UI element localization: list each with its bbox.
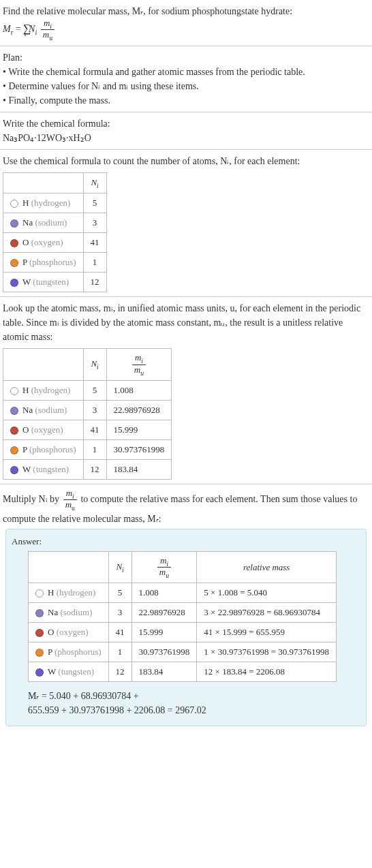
elem-w: W (tungsten) (29, 662, 109, 682)
intro-formula: Mr = ∑i Ni mi mu (3, 18, 369, 42)
ni-val: 3 (83, 400, 106, 420)
answer-table: Ni mimu relative mass H (hydrogen) 5 1.0… (28, 551, 337, 683)
dot-icon (35, 629, 44, 637)
elem-o: O (oxygen) (29, 623, 109, 642)
dot-icon (10, 387, 18, 395)
table-row: W (tungsten) 12 183.84 12 × 183.84 = 220… (29, 662, 337, 682)
table-row: Na (sodium) 3 22.98976928 3 × 22.9897692… (29, 603, 337, 623)
answer-box: Answer: Ni mimu relative mass H (hydroge… (5, 529, 367, 727)
elem-w: W (tungsten) (3, 459, 84, 479)
multiply-intro: Multiply Nᵢ by mi mu to compute the rela… (3, 489, 369, 526)
ni-val: 41 (83, 420, 106, 439)
elem-p: P (phosphorus) (29, 642, 109, 662)
table-row: O (oxygen) 41 15.999 41 × 15.999 = 655.9… (29, 623, 337, 642)
lookup-table: Ni mimu H (hydrogen) 5 1.008 Na (sodium)… (3, 348, 172, 480)
empty-header (3, 349, 84, 381)
rel-val: 12 × 183.84 = 2206.08 (197, 662, 337, 682)
elem-na: Na (sodium) (3, 213, 84, 233)
dot-icon (10, 466, 18, 474)
miu-header: mimu (131, 551, 197, 583)
elem-h: H (hydrogen) (29, 583, 109, 603)
table-row: O (oxygen) 41 15.999 (3, 420, 172, 439)
ni-header: Ni (108, 551, 131, 583)
dot-icon (10, 200, 18, 208)
ni-val: 12 (83, 273, 106, 292)
ni-val: 41 (83, 233, 106, 253)
table-row: Na (sodium) 3 22.98976928 (3, 400, 172, 420)
elem-p: P (phosphorus) (3, 439, 84, 459)
miu-val: 15.999 (106, 420, 172, 439)
lookup-intro: Look up the atomic mass, mᵢ, in unified … (3, 301, 369, 344)
miu-val: 30.973761998 (106, 439, 172, 459)
count-section: Use the chemical formula to count the nu… (0, 150, 372, 298)
rel-val: 5 × 1.008 = 5.040 (197, 583, 337, 603)
dot-icon (10, 279, 18, 287)
chem-title: Write the chemical formula: (3, 117, 369, 131)
ni-val: 12 (108, 662, 131, 682)
elem-h: H (hydrogen) (3, 380, 84, 400)
table-row: P (phosphorus) 1 30.973761998 (3, 439, 172, 459)
elem-na: Na (sodium) (29, 603, 109, 623)
elem-na: Na (sodium) (3, 400, 84, 420)
rel-val: 1 × 30.973761998 = 30.973761998 (197, 642, 337, 662)
ni-val: 3 (108, 603, 131, 623)
answer-label: Answer: (12, 536, 360, 547)
miu-val: 1.008 (106, 380, 172, 400)
dot-icon (10, 407, 18, 415)
plan-title: Plan: (3, 50, 369, 65)
table-row: H (hydrogen) 5 (3, 193, 107, 213)
frac-mi-mu: mi mu (63, 489, 77, 512)
table-header-row: Ni (3, 172, 107, 193)
elem-h: H (hydrogen) (3, 193, 84, 213)
plan-b1: • Write the chemical formula and gather … (3, 65, 369, 79)
rel-val: 41 × 15.999 = 655.959 (197, 623, 337, 642)
empty-header (3, 172, 84, 193)
ni-val: 12 (83, 459, 106, 479)
chem-value: Na₃PO₄·12WO₃·xH₂O (3, 131, 369, 145)
miu-val: 15.999 (131, 623, 197, 642)
intro-section: Find the relative molecular mass, Mᵣ, fo… (0, 0, 372, 46)
table-row: P (phosphorus) 1 30.973761998 1 × 30.973… (29, 642, 337, 662)
dot-icon (10, 259, 18, 267)
answer-eq2: 655.959 + 30.973761998 + 2206.08 = 2967.… (28, 703, 360, 717)
plan-section: Plan: • Write the chemical formula and g… (0, 46, 372, 112)
miu-val: 30.973761998 (131, 642, 197, 662)
table-row: O (oxygen) 41 (3, 233, 107, 253)
relmass-header: relative mass (197, 551, 337, 583)
intro-text: Find the relative molecular mass, Mᵣ, fo… (3, 4, 369, 18)
empty-header (29, 551, 109, 583)
table-row: H (hydrogen) 5 1.008 5 × 1.008 = 5.040 (29, 583, 337, 603)
table-row: H (hydrogen) 5 1.008 (3, 380, 172, 400)
ni-header: Ni (83, 172, 106, 193)
miu-val: 183.84 (106, 459, 172, 479)
miu-val: 22.98976928 (131, 603, 197, 623)
ni-val: 5 (108, 583, 131, 603)
table-row: P (phosphorus) 1 (3, 253, 107, 273)
table-header-row: Ni mimu relative mass (29, 551, 337, 583)
table-row: W (tungsten) 12 183.84 (3, 459, 172, 479)
table-row: Na (sodium) 3 (3, 213, 107, 233)
miu-val: 1.008 (131, 583, 197, 603)
count-table: Ni H (hydrogen) 5 Na (sodium) 3 O (oxyge… (3, 172, 107, 293)
ni-header: Ni (83, 349, 106, 381)
elem-p: P (phosphorus) (3, 253, 84, 273)
ni-val: 1 (83, 253, 106, 273)
ni-val: 41 (108, 623, 131, 642)
answer-eq1: Mᵣ = 5.040 + 68.96930784 + (28, 689, 360, 703)
ni-val: 3 (83, 213, 106, 233)
ni-val: 5 (83, 193, 106, 213)
miu-val: 22.98976928 (106, 400, 172, 420)
ni-val: 5 (83, 380, 106, 400)
chemical-formula-section: Write the chemical formula: Na₃PO₄·12WO₃… (0, 112, 372, 150)
table-row: W (tungsten) 12 (3, 273, 107, 292)
ni-val: 1 (108, 642, 131, 662)
table-header-row: Ni mimu (3, 349, 172, 381)
rel-val: 3 × 22.98976928 = 68.96930784 (197, 603, 337, 623)
miu-val: 183.84 (131, 662, 197, 682)
frac-mi-mu: mi mu (41, 18, 55, 42)
ni-val: 1 (83, 439, 106, 459)
plan-b3: • Finally, compute the mass. (3, 93, 369, 108)
dot-icon (10, 239, 18, 247)
plan-b2: • Determine values for Nᵢ and mᵢ using t… (3, 79, 369, 93)
dot-icon (10, 446, 18, 454)
